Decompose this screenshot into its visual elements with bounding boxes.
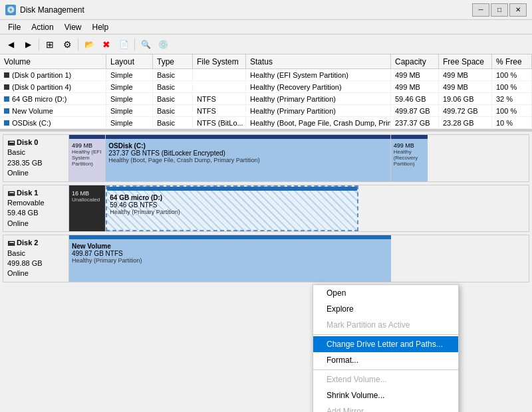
disk-2-size: 499.88 GB [7, 258, 65, 268]
forward-button[interactable]: ▶ [20, 37, 36, 52]
toolbar: ◀ ▶ ⊞ ⚙ 📂 ✖ 📄 🔍 💿 [0, 35, 532, 54]
close-button[interactable]: ✕ [509, 3, 527, 17]
toolbar-btn-6[interactable]: 💿 [155, 37, 171, 52]
col-fs[interactable]: File System [193, 54, 246, 68]
separator-1 [39, 39, 39, 51]
context-sep-2 [313, 369, 458, 370]
disk-0-status: Online [7, 168, 65, 178]
context-open[interactable]: Open [313, 285, 458, 301]
disk-1-type: Removable [7, 198, 65, 208]
delete-button[interactable]: ✖ [98, 37, 114, 52]
disk-0-type: Basic [7, 148, 65, 157]
table-row[interactable]: 64 GB micro (D:) Simple Basic NTFS Healt… [0, 93, 532, 105]
menu-file[interactable]: File [3, 21, 26, 33]
context-shrink[interactable]: Shrink Volume... [313, 387, 458, 403]
menu-help[interactable]: Help [87, 21, 114, 33]
disk-indicator [4, 96, 9, 102]
disk-indicator [4, 72, 9, 78]
table-section: Volume Layout Type File System Status Ca… [0, 54, 532, 129]
disk-0-partitions: 499 MB Healthy (EFI System Partition) OS… [69, 134, 529, 182]
context-sep-1 [313, 334, 458, 335]
menu-view[interactable]: View [59, 21, 87, 33]
context-mark-active: Mark Partition as Active [313, 317, 458, 333]
disk-2-type: Basic [7, 249, 65, 258]
col-freespace[interactable]: Free Space [439, 54, 492, 68]
toolbar-btn-1[interactable]: ⊞ [42, 37, 58, 52]
table-row[interactable]: OSDisk (C:) Simple Basic NTFS (BitLo... … [0, 117, 532, 129]
disk-0-name: 🖴 Disk 0 [7, 138, 65, 148]
disk-1-size: 59.48 GB [7, 208, 65, 218]
disk-1-unallocated[interactable]: 16 MB Unallocated [69, 185, 106, 232]
menu-action[interactable]: Action [26, 21, 59, 33]
window-title: Disk Management [20, 5, 84, 15]
context-menu: Open Explore Mark Partition as Active Ch… [313, 284, 459, 412]
disk-indicator [4, 108, 9, 114]
title-bar: 💿 Disk Management ─ □ ✕ [0, 0, 532, 20]
table-body: (Disk 0 partition 1) Simple Basic Health… [0, 69, 532, 129]
col-status[interactable]: Status [246, 54, 391, 68]
col-pctfree[interactable]: % Free [492, 54, 532, 68]
disk-indicator [4, 120, 9, 126]
toolbar-btn-2[interactable]: ⚙ [59, 37, 75, 52]
main-content: Volume Layout Type File System Status Ca… [0, 54, 532, 412]
toolbar-btn-5[interactable]: 🔍 [138, 37, 154, 52]
menu-bar: File Action View Help [0, 20, 532, 35]
disk-1-partitions: 16 MB Unallocated 64 GB micro (D:) 59.46… [69, 185, 529, 233]
context-format[interactable]: Format... [313, 352, 458, 368]
col-volume[interactable]: Volume [0, 54, 106, 68]
disk-1-label: 🖴 Disk 1 Removable 59.48 GB Online [3, 185, 69, 233]
separator-3 [134, 39, 135, 51]
context-add-mirror: Add Mirror... [313, 403, 458, 412]
disk-0-row: 🖴 Disk 0 Basic 238.35 GB Online 499 MB H… [3, 134, 529, 182]
maximize-button[interactable]: □ [491, 3, 508, 17]
table-header: Volume Layout Type File System Status Ca… [0, 54, 532, 69]
context-explore[interactable]: Explore [313, 301, 458, 317]
table-row[interactable]: (Disk 0 partition 1) Simple Basic Health… [0, 69, 532, 81]
separator-2 [78, 39, 78, 51]
col-layout[interactable]: Layout [106, 54, 153, 68]
disk-0-recovery-partition[interactable]: 499 MB Healthy (Recovery Partition) [391, 135, 428, 181]
disk-1-status: Online [7, 219, 65, 229]
disk-0-efi-partition[interactable]: 499 MB Healthy (EFI System Partition) [69, 135, 106, 181]
toolbar-btn-4[interactable]: 📄 [116, 37, 132, 52]
disk-2-name: 🖴 Disk 2 [7, 238, 65, 248]
disk-1-row: 🖴 Disk 1 Removable 59.48 GB Online 16 MB… [3, 185, 529, 233]
disk-2-partitions: New Volume 499.87 GB NTFS Healthy (Prima… [69, 235, 529, 282]
disk-0-osdisk-partition[interactable]: OSDisk (C:) 237.37 GB NTFS (BitLocker En… [106, 135, 390, 181]
window-controls: ─ □ ✕ [472, 3, 527, 17]
table-row[interactable]: New Volume Simple Basic NTFS Healthy (Pr… [0, 105, 532, 117]
table-row[interactable]: (Disk 0 partition 4) Simple Basic Health… [0, 81, 532, 93]
disk-2-row: 🖴 Disk 2 Basic 499.88 GB Online New Volu… [3, 235, 529, 282]
context-extend: Extend Volume... [313, 371, 458, 387]
toolbar-btn-3[interactable]: 📂 [81, 37, 97, 52]
context-change-drive-letter[interactable]: Change Drive Letter and Paths... [313, 336, 458, 352]
disk-1-name: 🖴 Disk 1 [7, 188, 65, 198]
minimize-button[interactable]: ─ [472, 3, 489, 17]
back-button[interactable]: ◀ [3, 37, 19, 52]
disk-1-micro-partition[interactable]: 64 GB micro (D:) 59.46 GB NTFS Healthy (… [106, 185, 358, 232]
disk-2-status: Online [7, 268, 65, 278]
disk-indicator [4, 84, 9, 90]
col-type[interactable]: Type [153, 54, 193, 68]
lower-section: 🖴 Disk 0 Basic 238.35 GB Online 499 MB H… [0, 132, 532, 412]
disk-2-newvolume-partition[interactable]: New Volume 499.87 GB NTFS Healthy (Prima… [69, 235, 391, 282]
app-icon: 💿 [5, 5, 16, 15]
disk-0-size: 238.35 GB [7, 158, 65, 168]
disk-2-label: 🖴 Disk 2 Basic 499.88 GB Online [3, 235, 69, 282]
disk-0-label: 🖴 Disk 0 Basic 238.35 GB Online [3, 134, 69, 182]
col-capacity[interactable]: Capacity [391, 54, 439, 68]
